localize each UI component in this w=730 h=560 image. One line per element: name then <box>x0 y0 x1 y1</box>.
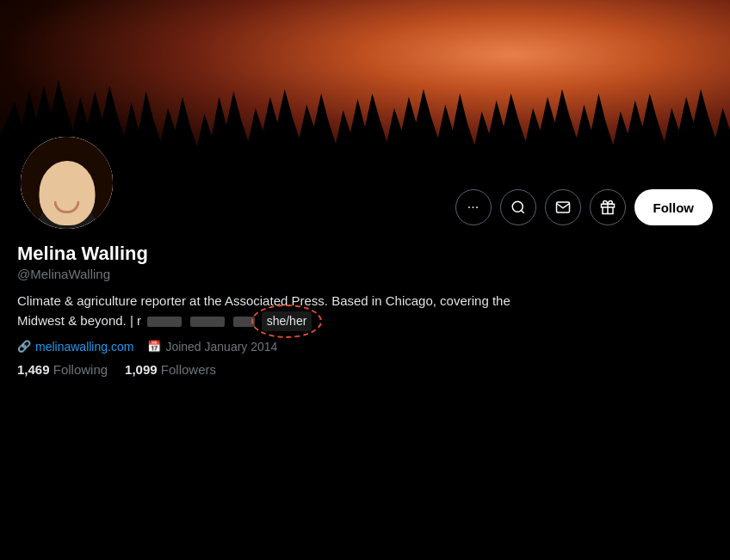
pronoun-badge: she/her <box>262 311 312 331</box>
avatar-face <box>21 137 113 229</box>
link-icon: 🔗 <box>17 340 31 353</box>
gift-button[interactable] <box>590 189 626 225</box>
following-count: 1,469 <box>17 362 50 377</box>
search-button[interactable] <box>500 189 536 225</box>
redacted-1 <box>147 317 182 327</box>
website-link[interactable]: melinawalling.com <box>35 340 133 354</box>
svg-point-0 <box>512 201 523 212</box>
redacted-3 <box>233 317 255 327</box>
more-icon: ··· <box>467 200 479 215</box>
message-icon <box>555 200 571 215</box>
followers-label-text: Followers <box>161 362 216 377</box>
action-buttons: ··· <box>455 189 714 232</box>
following-label-text: Following <box>53 362 108 377</box>
message-button[interactable] <box>545 189 581 225</box>
joined-text: Joined January 2014 <box>165 340 277 354</box>
avatar-face-inner <box>39 161 95 225</box>
profile-card: ··· <box>0 0 730 391</box>
redacted-2 <box>190 317 225 327</box>
avatar-smile <box>54 201 80 213</box>
following-stat[interactable]: 1,469 Following <box>17 362 108 377</box>
meta-row: 🔗 melinawalling.com 📅 Joined January 201… <box>17 340 713 354</box>
search-icon <box>510 200 526 215</box>
followers-count: 1,099 <box>125 362 158 377</box>
followers-stat[interactable]: 1,099 Followers <box>125 362 216 377</box>
joined-item: 📅 Joined January 2014 <box>147 340 277 354</box>
follow-button[interactable]: Follow <box>634 189 714 225</box>
website-item: 🔗 melinawalling.com <box>17 340 133 354</box>
svg-line-1 <box>521 210 523 212</box>
stats-row: 1,469 Following 1,099 Followers <box>17 362 713 377</box>
gift-icon <box>600 200 616 215</box>
avatar <box>17 133 116 232</box>
more-options-button[interactable]: ··· <box>455 189 492 225</box>
pronoun-text: she/her <box>262 311 312 331</box>
display-name: Melina Walling <box>17 243 713 265</box>
calendar-icon: 📅 <box>147 340 161 353</box>
username: @MelinaWalling <box>17 267 713 281</box>
bio: Climate & agriculture reporter at the As… <box>17 292 517 331</box>
